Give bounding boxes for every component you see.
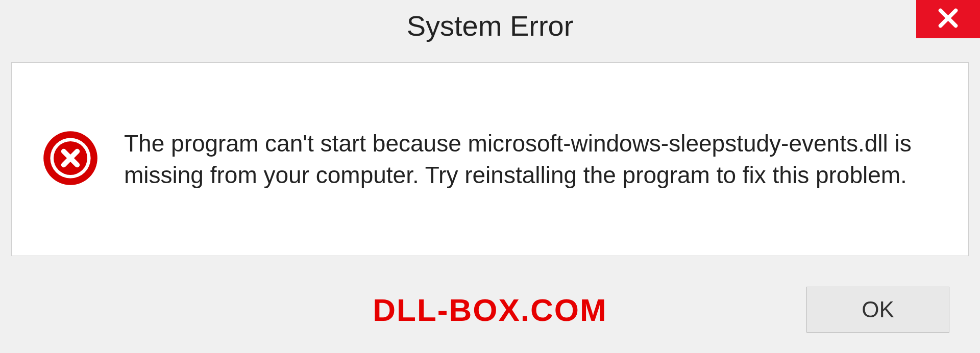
ok-button[interactable]: OK <box>806 287 949 333</box>
dialog-title: System Error <box>407 9 574 42</box>
titlebar: System Error <box>0 0 980 51</box>
watermark-text: DLL-BOX.COM <box>373 292 607 328</box>
close-icon <box>937 7 960 32</box>
close-button[interactable] <box>916 0 980 38</box>
error-dialog: System Error The program can't start bec… <box>0 0 980 353</box>
dialog-footer: DLL-BOX.COM OK <box>0 287 980 333</box>
error-message: The program can't start because microsof… <box>124 128 938 191</box>
error-icon <box>42 130 99 188</box>
content-panel: The program can't start because microsof… <box>11 62 969 256</box>
